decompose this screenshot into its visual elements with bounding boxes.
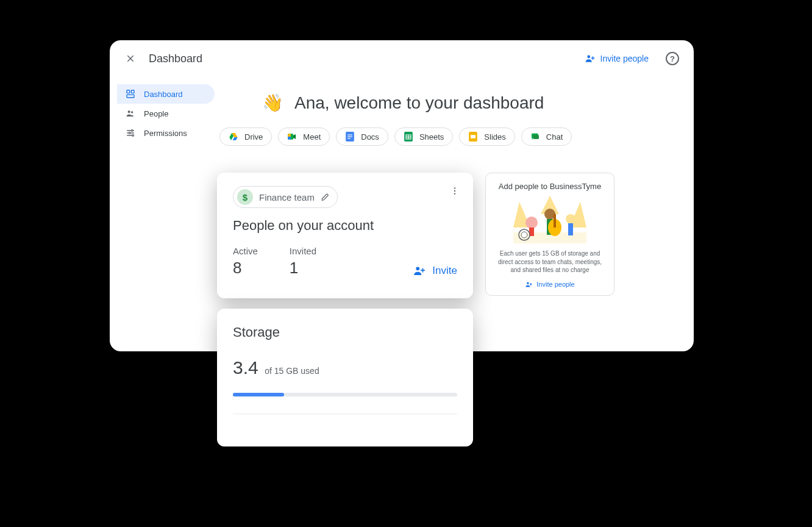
svg-rect-14 [347, 136, 352, 137]
people-card-title: People on your account [233, 218, 457, 234]
team-name: Finance team [259, 192, 315, 203]
svg-point-37 [527, 282, 529, 284]
app-chip-slides[interactable]: Slides [459, 127, 515, 146]
welcome-text: Ana, welcome to your dashboard [294, 93, 544, 113]
page-title: Dashboard [149, 52, 202, 65]
docs-icon [345, 132, 355, 142]
kebab-icon[interactable] [450, 186, 460, 196]
sheets-icon [404, 132, 413, 142]
app-chip-docs[interactable]: Docs [336, 127, 388, 146]
svg-point-36 [521, 232, 527, 238]
storage-of-text: of 15 GB used [265, 366, 319, 376]
welcome-heading: 👋 Ana, welcome to your dashboard [262, 93, 679, 113]
app-chip-label: Drive [244, 132, 263, 142]
app-chip-label: Chat [546, 132, 563, 142]
storage-progress-bar [233, 393, 457, 396]
person-add-icon [585, 53, 596, 64]
sidebar-item-label: Permissions [144, 129, 187, 138]
chat-icon [530, 132, 540, 142]
stat-active-value: 8 [233, 259, 258, 278]
promo-description: Each user gets 15 GB of storage and dire… [494, 249, 605, 274]
close-icon[interactable] [124, 52, 137, 65]
wave-emoji: 👋 [262, 93, 283, 113]
header: Dashboard Invite people ? [110, 40, 694, 77]
divider [233, 414, 457, 414]
svg-point-23 [454, 190, 455, 192]
meet-icon [287, 132, 297, 142]
drive-icon [229, 132, 238, 142]
app-chip-label: Sheets [419, 132, 444, 142]
svg-point-24 [454, 193, 455, 194]
svg-rect-34 [568, 223, 573, 235]
sidebar-item-label: Dashboard [144, 90, 183, 99]
svg-rect-13 [347, 135, 352, 135]
svg-rect-11 [288, 137, 291, 140]
svg-rect-32 [554, 214, 556, 228]
svg-point-33 [566, 214, 575, 224]
sidebar-item-people[interactable]: People [117, 104, 215, 123]
dashboard-icon [126, 89, 135, 99]
people-card: $ Finance team People on your account Ac… [217, 173, 473, 298]
apps-row: Drive Meet Docs Sheets [219, 127, 679, 146]
svg-rect-21 [533, 135, 538, 139]
sidebar-item-dashboard[interactable]: Dashboard [117, 84, 215, 104]
svg-rect-3 [127, 95, 134, 98]
storage-card: Storage 3.4 of 15 GB used [217, 309, 473, 446]
band-illustration [513, 196, 586, 243]
team-chip[interactable]: $ Finance team [233, 186, 338, 208]
storage-card-title: Storage [233, 324, 457, 340]
app-chip-sheets[interactable]: Sheets [394, 127, 453, 146]
promo-invite-label: Invite people [536, 281, 574, 288]
invite-people-button[interactable]: Invite people [585, 53, 649, 64]
person-add-icon [525, 281, 533, 289]
svg-point-4 [128, 110, 130, 113]
stat-invited: Invited 1 [290, 246, 316, 278]
stat-active: Active 8 [233, 246, 258, 278]
sidebar-item-label: People [144, 109, 168, 118]
svg-rect-2 [131, 90, 134, 93]
svg-point-6 [131, 130, 133, 132]
pencil-icon [321, 193, 330, 202]
invite-button-label: Invite [432, 265, 457, 277]
person-add-icon [413, 264, 426, 278]
sidebar: Dashboard People Permissions [117, 84, 215, 143]
svg-point-25 [416, 267, 420, 270]
storage-used-value: 3.4 [233, 357, 258, 378]
app-chip-label: Docs [361, 132, 379, 142]
help-icon[interactable]: ? [666, 52, 679, 65]
svg-rect-1 [127, 90, 130, 93]
invite-button[interactable]: Invite [413, 264, 457, 278]
promo-card: Add people to BusinessTyme Each user get… [485, 173, 614, 296]
tune-icon [126, 128, 135, 138]
app-chip-label: Meet [303, 132, 321, 142]
stat-active-label: Active [233, 246, 258, 256]
svg-rect-10 [288, 134, 291, 137]
svg-point-7 [129, 132, 130, 134]
app-chip-label: Slides [484, 132, 505, 142]
promo-title: Add people to BusinessTyme [492, 182, 608, 191]
people-icon [126, 109, 135, 118]
svg-point-8 [132, 135, 134, 137]
slides-icon [468, 132, 478, 142]
app-chip-meet[interactable]: Meet [278, 127, 330, 146]
main-content: 👋 Ana, welcome to your dashboard Drive M… [219, 84, 679, 146]
svg-point-5 [131, 111, 133, 113]
app-chip-chat[interactable]: Chat [521, 127, 572, 146]
svg-point-0 [587, 56, 590, 59]
promo-invite-link[interactable]: Invite people [525, 281, 574, 289]
storage-progress-fill [233, 393, 284, 396]
svg-point-27 [525, 217, 538, 229]
invite-people-label: Invite people [600, 54, 649, 63]
stat-invited-label: Invited [290, 246, 316, 256]
app-chip-drive[interactable]: Drive [219, 127, 272, 146]
svg-rect-15 [347, 138, 351, 138]
dollar-icon: $ [237, 189, 253, 205]
svg-rect-19 [471, 135, 475, 138]
sidebar-item-permissions[interactable]: Permissions [117, 123, 215, 143]
stat-invited-value: 1 [290, 259, 316, 278]
svg-point-22 [454, 187, 455, 188]
